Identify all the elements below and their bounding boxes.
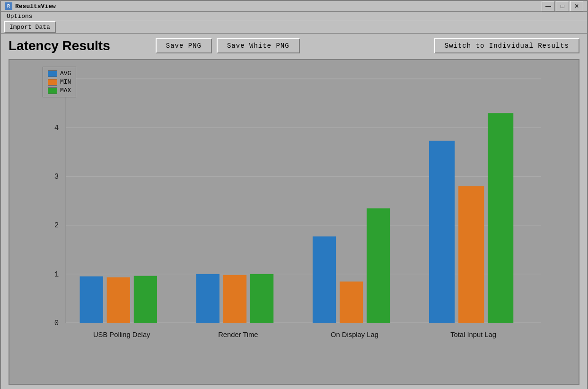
titlebar-controls: — □ ✕ bbox=[542, 1, 583, 11]
header-buttons: Save PNG Save White PNG bbox=[156, 38, 300, 53]
bar-display-max bbox=[367, 208, 390, 323]
save-white-png-button[interactable]: Save White PNG bbox=[217, 38, 300, 53]
bar-usb-avg bbox=[80, 277, 103, 323]
bar-chart: 5 4 3 2 1 0 USB Polling Delay bbox=[38, 65, 550, 355]
import-data-button[interactable]: Import Data bbox=[4, 21, 56, 33]
window-title: ResultsView bbox=[15, 3, 56, 10]
bar-render-avg bbox=[196, 274, 219, 323]
legend-min: MIN bbox=[48, 78, 71, 86]
svg-text:1: 1 bbox=[54, 270, 59, 279]
legend-avg: AVG bbox=[48, 70, 71, 77]
maximize-button[interactable]: □ bbox=[556, 1, 569, 11]
svg-text:Total Input Lag: Total Input Lag bbox=[450, 331, 496, 338]
save-png-button[interactable]: Save PNG bbox=[156, 38, 212, 53]
bar-total-min bbox=[458, 186, 484, 323]
bar-render-max bbox=[250, 274, 273, 323]
legend-min-color bbox=[48, 79, 57, 86]
chart-area: AVG MIN MAX bbox=[9, 59, 579, 385]
legend-max-label: MAX bbox=[60, 87, 71, 94]
bar-total-max bbox=[488, 113, 513, 323]
svg-text:3: 3 bbox=[54, 173, 59, 181]
options-menu[interactable]: Options bbox=[3, 12, 36, 21]
svg-text:On Display Lag: On Display Lag bbox=[331, 331, 378, 338]
legend: AVG MIN MAX bbox=[43, 67, 76, 97]
svg-text:4: 4 bbox=[54, 124, 59, 132]
svg-text:USB Polling Delay: USB Polling Delay bbox=[93, 331, 150, 338]
switch-results-button[interactable]: Switch to Individual Results bbox=[434, 38, 579, 53]
bar-total-avg bbox=[429, 141, 455, 323]
bar-display-avg bbox=[313, 236, 336, 323]
minimize-button[interactable]: — bbox=[542, 1, 555, 11]
legend-min-label: MIN bbox=[60, 78, 71, 86]
svg-text:0: 0 bbox=[54, 319, 59, 328]
titlebar-left: R ResultsView bbox=[5, 2, 56, 10]
svg-text:Render Time: Render Time bbox=[218, 331, 258, 338]
main-window: R ResultsView — □ ✕ Options Import Data … bbox=[0, 0, 588, 389]
legend-max-color bbox=[48, 87, 57, 94]
app-icon: R bbox=[5, 2, 12, 10]
titlebar: R ResultsView — □ ✕ bbox=[1, 1, 587, 12]
toolbar: Import Data bbox=[1, 21, 587, 34]
close-button[interactable]: ✕ bbox=[570, 1, 583, 11]
header-row: Latency Results Save PNG Save White PNG … bbox=[9, 38, 579, 53]
bar-render-min bbox=[223, 275, 246, 323]
main-content: Latency Results Save PNG Save White PNG … bbox=[1, 34, 587, 389]
legend-avg-label: AVG bbox=[60, 70, 71, 77]
page-title: Latency Results bbox=[9, 38, 110, 53]
svg-text:2: 2 bbox=[54, 221, 59, 230]
bar-usb-min bbox=[107, 277, 130, 323]
menubar: Options bbox=[1, 12, 587, 21]
legend-max: MAX bbox=[48, 87, 71, 94]
bar-display-min bbox=[340, 282, 363, 323]
bar-usb-max bbox=[134, 276, 157, 323]
legend-avg-color bbox=[48, 70, 57, 77]
